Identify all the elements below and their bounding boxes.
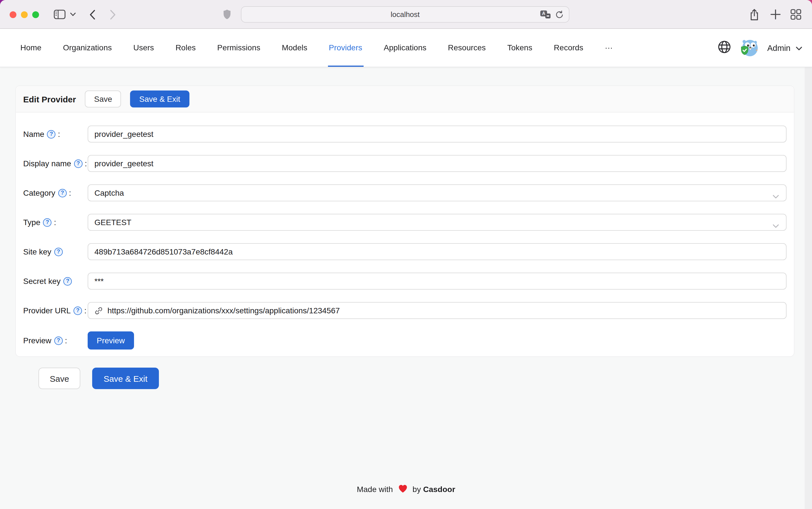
nav-item-permissions[interactable]: Permissions xyxy=(217,29,260,67)
nav-item-roles[interactable]: Roles xyxy=(176,29,196,67)
tab-overview-icon[interactable] xyxy=(790,9,801,20)
nav-overflow-ellipsis[interactable]: ··· xyxy=(605,29,613,67)
account-chevron-down-icon xyxy=(796,43,802,53)
close-window-button[interactable] xyxy=(10,11,16,18)
form-row-preview: Preview ? : Preview xyxy=(23,331,786,349)
form-row-site-key: Site key ? 489b713a684726d851073a7e8cf84… xyxy=(23,243,786,260)
edit-provider-card: Edit Provider Save Save & Exit Name ? : … xyxy=(15,86,795,357)
save-button-bottom[interactable]: Save xyxy=(38,368,80,389)
account-name: Admin xyxy=(767,43,790,52)
help-icon[interactable]: ? xyxy=(74,159,82,168)
bottom-actions: Save Save & Exit xyxy=(38,368,159,389)
nav-item-providers[interactable]: Providers xyxy=(329,29,362,67)
link-icon[interactable] xyxy=(95,306,103,315)
zoom-window-button[interactable] xyxy=(32,11,39,18)
provider-url-label: Provider URL xyxy=(23,306,71,315)
page-content: Edit Provider Save Save & Exit Name ? : … xyxy=(0,67,812,509)
help-icon[interactable]: ? xyxy=(58,189,67,197)
reload-icon[interactable] xyxy=(555,10,564,19)
browser-toolbar: localhost A xyxy=(0,0,812,29)
form-row-secret-key: Secret key ? *** xyxy=(23,273,786,290)
back-icon[interactable] xyxy=(89,10,96,20)
type-select[interactable]: GEETEST xyxy=(87,214,786,231)
share-icon[interactable] xyxy=(749,8,760,22)
privacy-shield-icon[interactable] xyxy=(223,9,231,20)
secret-key-label: Secret key xyxy=(23,277,61,285)
new-tab-icon[interactable] xyxy=(770,9,781,20)
footer-made-with: Made with xyxy=(357,485,393,494)
window-controls xyxy=(10,11,39,18)
form-row-provider-url: Provider URL ? : https://github.com/orga… xyxy=(23,302,786,319)
save-exit-button-top[interactable]: Save & Exit xyxy=(130,91,189,107)
nav-item-home[interactable]: Home xyxy=(20,29,42,67)
nav-item-records[interactable]: Records xyxy=(554,29,583,67)
display-name-label: Display name xyxy=(23,159,71,168)
address-bar-url: localhost xyxy=(391,10,420,19)
form-row-category: Category ? : Captcha xyxy=(23,184,786,201)
category-label: Category xyxy=(23,188,56,197)
chevron-down-icon xyxy=(772,191,779,201)
translate-icon[interactable]: A xyxy=(540,10,551,19)
footer-by: by xyxy=(413,485,421,494)
name-input[interactable]: provider_geetest xyxy=(87,126,786,142)
preview-button[interactable]: Preview xyxy=(87,331,134,349)
app-navbar: Home Organizations Users Roles Permissio… xyxy=(0,29,812,67)
help-icon[interactable]: ? xyxy=(63,277,72,285)
nav-item-resources[interactable]: Resources xyxy=(448,29,486,67)
provider-url-input[interactable]: https://github.com/organizations/xxx/set… xyxy=(87,302,786,319)
heart-icon xyxy=(398,484,408,495)
help-icon[interactable]: ? xyxy=(43,218,52,227)
nav-item-organizations[interactable]: Organizations xyxy=(63,29,112,67)
form-row-name: Name ? : provider_geetest xyxy=(23,126,786,142)
avatar[interactable] xyxy=(740,38,759,58)
save-button-top[interactable]: Save xyxy=(85,91,121,107)
name-label: Name xyxy=(23,130,44,139)
provider-form: Name ? : provider_geetest Display name ?… xyxy=(16,112,794,356)
nav-item-tokens[interactable]: Tokens xyxy=(507,29,532,67)
display-name-input[interactable]: provider_geetest xyxy=(87,155,786,172)
save-exit-button-bottom[interactable]: Save & Exit xyxy=(92,368,158,389)
viewport: localhost A Home Organizations Users Rol… xyxy=(0,0,812,509)
nav-item-users[interactable]: Users xyxy=(134,29,154,67)
svg-text:A: A xyxy=(542,11,545,16)
site-key-label: Site key xyxy=(23,247,51,256)
address-bar[interactable]: localhost A xyxy=(241,6,569,23)
preview-label: Preview xyxy=(23,336,51,345)
footer-brand-link[interactable]: Casdoor xyxy=(423,485,455,494)
nav-item-models[interactable]: Models xyxy=(282,29,307,67)
help-icon[interactable]: ? xyxy=(54,336,63,345)
type-label: Type xyxy=(23,218,40,227)
forward-icon[interactable] xyxy=(110,10,116,20)
help-icon[interactable]: ? xyxy=(73,306,82,315)
card-header: Edit Provider Save Save & Exit xyxy=(16,86,794,112)
help-icon[interactable]: ? xyxy=(47,130,56,138)
nav-item-applications[interactable]: Applications xyxy=(384,29,426,67)
secret-key-input[interactable]: *** xyxy=(87,273,786,290)
scrollbar-track[interactable] xyxy=(805,67,812,509)
footer: Made with by Casdoor xyxy=(0,484,812,495)
site-key-input[interactable]: 489b713a684726d851073a7e8cf8442a xyxy=(87,243,786,260)
form-row-display-name: Display name ? : provider_geetest xyxy=(23,155,786,172)
chevron-down-icon xyxy=(772,220,779,231)
sidebar-toggle-icon[interactable] xyxy=(54,10,66,19)
category-select[interactable]: Captcha xyxy=(87,184,786,201)
help-icon[interactable]: ? xyxy=(54,247,63,256)
page-title: Edit Provider xyxy=(23,94,76,104)
account-menu[interactable]: Admin xyxy=(767,43,802,53)
browser-window: localhost A Home Organizations Users Rol… xyxy=(0,0,812,509)
minimize-window-button[interactable] xyxy=(21,11,28,18)
sidebar-chevron-down-icon[interactable] xyxy=(70,12,76,16)
language-globe-icon[interactable] xyxy=(717,40,731,56)
form-row-type: Type ? : GEETEST xyxy=(23,214,786,231)
